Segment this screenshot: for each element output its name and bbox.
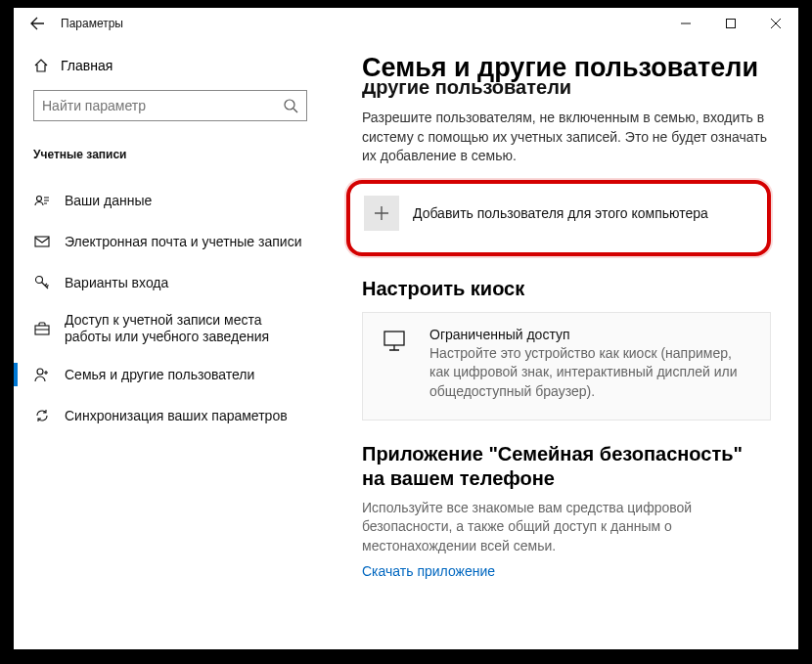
svg-rect-3 xyxy=(35,237,49,246)
settings-window: Параметры Главная Учетные записи xyxy=(14,8,798,649)
family-app-desc: Используйте все знакомые вам средства ци… xyxy=(362,499,771,556)
sidebar-item-signin[interactable]: Варианты входа xyxy=(14,262,327,303)
other-users-heading: Другие пользователи xyxy=(362,83,571,99)
kiosk-card[interactable]: Ограниченный доступ Настройте это устрой… xyxy=(362,312,771,421)
back-button[interactable] xyxy=(14,8,61,39)
family-app-heading: Приложение "Семейная безопасность" на ва… xyxy=(362,442,763,491)
mail-icon xyxy=(33,233,51,250)
add-user-label: Добавить пользователя для этого компьюте… xyxy=(413,205,708,221)
sidebar-item-sync[interactable]: Синхронизация ваших параметров xyxy=(14,395,327,436)
close-button[interactable] xyxy=(753,8,798,39)
window-body: Главная Учетные записи Ваши данные Элект… xyxy=(14,39,798,649)
svg-point-6 xyxy=(37,369,43,375)
sidebar-item-email[interactable]: Электронная почта и учетные записи xyxy=(14,221,327,262)
titlebar: Параметры xyxy=(14,8,798,39)
sidebar: Главная Учетные записи Ваши данные Элект… xyxy=(14,39,327,649)
svg-rect-7 xyxy=(384,332,404,345)
page-title: Семья и другие пользователи xyxy=(362,53,771,83)
svg-point-2 xyxy=(37,197,42,201)
sidebar-item-family[interactable]: Семья и другие пользователи xyxy=(14,354,327,395)
search-box[interactable] xyxy=(33,90,307,121)
window-title: Параметры xyxy=(61,17,663,30)
sidebar-item-work[interactable]: Доступ к учетной записи места работы или… xyxy=(14,303,327,354)
sidebar-item-label: Синхронизация ваших параметров xyxy=(65,408,288,424)
close-icon xyxy=(771,19,781,28)
kiosk-text: Ограниченный доступ Настройте это устрой… xyxy=(429,327,752,402)
maximize-button[interactable] xyxy=(708,8,753,39)
key-icon xyxy=(33,274,51,291)
home-icon xyxy=(33,58,49,73)
svg-rect-0 xyxy=(727,20,736,28)
arrow-left-icon xyxy=(29,16,45,31)
sidebar-item-label: Ваши данные xyxy=(65,193,152,209)
kiosk-heading: Настроить киоск xyxy=(362,278,771,300)
clipped-heading-wrap: Другие пользователи xyxy=(362,83,771,99)
svg-point-4 xyxy=(36,277,43,284)
monitor-icon xyxy=(381,327,408,402)
plus-icon xyxy=(373,204,390,222)
kiosk-title: Ограниченный доступ xyxy=(429,327,752,342)
minimize-button[interactable] xyxy=(663,8,708,39)
sidebar-item-label: Доступ к учетной записи места работы или… xyxy=(65,312,307,345)
home-label: Главная xyxy=(61,58,113,73)
search-icon xyxy=(283,98,298,113)
sidebar-item-your-info[interactable]: Ваши данные xyxy=(14,180,327,221)
download-app-link[interactable]: Скачать приложение xyxy=(362,563,771,579)
sync-icon xyxy=(33,407,51,424)
home-button[interactable]: Главная xyxy=(14,47,327,84)
sidebar-category: Учетные записи xyxy=(14,135,327,174)
plus-tile xyxy=(364,196,399,231)
sidebar-item-label: Семья и другие пользователи xyxy=(65,367,254,383)
search-input[interactable] xyxy=(42,98,283,113)
add-user-highlight: Добавить пользователя для этого компьюте… xyxy=(346,180,771,256)
person-plus-icon xyxy=(33,366,51,383)
briefcase-icon xyxy=(33,320,51,337)
main-content: Семья и другие пользователи Другие польз… xyxy=(327,39,798,649)
intro-text: Разрешите пользователям, не включенным в… xyxy=(362,109,771,166)
nav: Ваши данные Электронная почта и учетные … xyxy=(14,180,327,436)
sidebar-item-label: Электронная почта и учетные записи xyxy=(65,234,301,250)
add-user-button[interactable]: Добавить пользователя для этого компьюте… xyxy=(364,196,753,231)
sidebar-item-label: Варианты входа xyxy=(65,275,168,291)
svg-point-1 xyxy=(285,100,294,110)
kiosk-desc: Настройте это устройство как киоск (напр… xyxy=(429,344,752,402)
person-card-icon xyxy=(33,192,51,209)
maximize-icon xyxy=(726,19,736,28)
minimize-icon xyxy=(681,19,691,28)
